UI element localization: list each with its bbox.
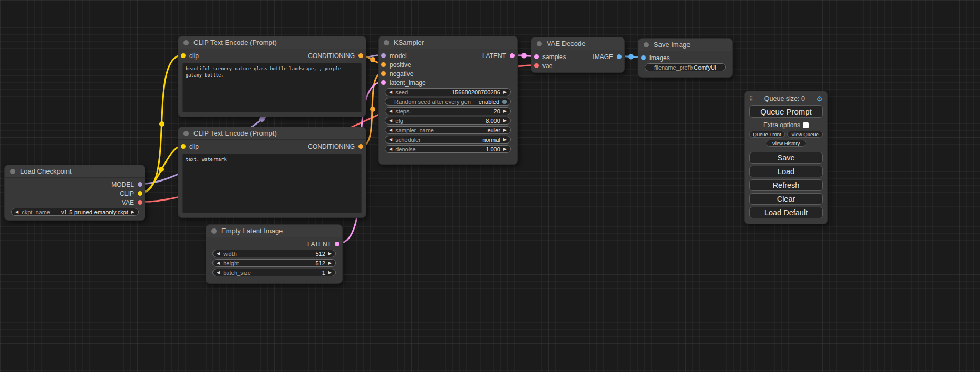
widget-random-seed[interactable]: Random seed after every gen enabled: [385, 98, 511, 106]
widget-label: filename_prefix: [654, 64, 694, 71]
increment-icon[interactable]: ▶: [503, 90, 507, 94]
input-socket-latent-image[interactable]: [381, 80, 386, 85]
increment-icon[interactable]: ▶: [503, 109, 507, 113]
widget-denoise[interactable]: ◀ denoise 1.000 ▶: [385, 145, 511, 153]
extra-options-label: Extra options: [763, 121, 800, 129]
output-socket-latent[interactable]: [510, 53, 515, 58]
collapse-dot-icon[interactable]: [183, 131, 189, 136]
node-titlebar[interactable]: Empty Latent Image: [206, 225, 342, 237]
decrement-icon[interactable]: ◀: [389, 128, 392, 132]
input-label-clip: clip: [189, 52, 199, 60]
queue-front-button[interactable]: Queue Front: [749, 131, 785, 138]
node-titlebar[interactable]: Load Checkpoint: [5, 165, 145, 178]
output-socket-model[interactable]: [138, 182, 142, 187]
widget-filename-prefix[interactable]: filename_prefix ComfyUI: [645, 63, 726, 71]
input-socket-vae[interactable]: [534, 63, 539, 68]
increment-icon[interactable]: ▶: [503, 119, 507, 123]
load-default-button[interactable]: Load Default: [749, 207, 823, 218]
queue-prompt-button[interactable]: Queue Prompt: [749, 105, 823, 118]
widget-value: euler: [487, 127, 500, 133]
increment-icon[interactable]: ▶: [131, 210, 134, 214]
increment-icon[interactable]: ▶: [503, 128, 507, 132]
input-label-negative: negative: [390, 70, 413, 78]
node-empty-latent-image[interactable]: Empty Latent Image LATENT ◀ width 512 ▶ …: [206, 224, 343, 284]
widget-height[interactable]: ◀ height 512 ▶: [212, 259, 336, 267]
input-socket-clip[interactable]: [181, 144, 186, 149]
decrement-icon[interactable]: ◀: [389, 138, 392, 142]
collapse-dot-icon[interactable]: [384, 40, 389, 45]
drag-handle-icon[interactable]: ⣿: [749, 96, 753, 101]
node-save-image[interactable]: Save Image images filename_prefix ComfyU…: [638, 38, 733, 78]
collapse-dot-icon[interactable]: [537, 41, 542, 46]
node-title: Save Image: [654, 41, 690, 49]
input-socket-clip[interactable]: [181, 53, 186, 58]
input-socket-negative[interactable]: [381, 71, 386, 76]
node-clip-text-encode-negative[interactable]: CLIP Text Encode (Prompt) clip CONDITION…: [178, 127, 366, 218]
decrement-icon[interactable]: ◀: [217, 252, 220, 256]
increment-icon[interactable]: ▶: [328, 261, 332, 265]
widget-value: 20: [494, 108, 500, 115]
increment-icon[interactable]: ▶: [328, 252, 332, 256]
node-titlebar[interactable]: Save Image: [638, 39, 732, 51]
toggle-dot-icon[interactable]: [502, 100, 507, 104]
widget-cfg[interactable]: ◀ cfg 8.000 ▶: [385, 117, 511, 125]
increment-icon[interactable]: ▶: [328, 271, 332, 275]
increment-icon[interactable]: ▶: [503, 147, 507, 151]
input-socket-images[interactable]: [641, 55, 646, 60]
input-socket-model[interactable]: [381, 53, 386, 58]
output-socket-latent[interactable]: [335, 242, 339, 246]
widget-sampler-name[interactable]: ◀ sampler_name euler ▶: [385, 126, 511, 134]
node-titlebar[interactable]: VAE Decode: [531, 37, 624, 50]
prompt-textarea[interactable]: text, watermark: [182, 154, 362, 213]
input-socket-samples[interactable]: [534, 54, 539, 59]
link-center-dot: [521, 53, 527, 59]
input-label-samples: samples: [542, 53, 566, 61]
extra-options-checkbox[interactable]: [803, 122, 809, 128]
widget-value: 8.000: [486, 118, 500, 124]
decrement-icon[interactable]: ◀: [217, 271, 220, 275]
widget-ckpt-name[interactable]: ◀ ckpt_name v1-5-pruned-emaonly.ckpt ▶: [11, 208, 139, 216]
node-ksampler[interactable]: KSampler LATENT model positive negative …: [378, 36, 518, 165]
collapse-dot-icon[interactable]: [211, 228, 217, 234]
widget-batch-size[interactable]: ◀ batch_size 1 ▶: [212, 269, 336, 276]
prompt-textarea[interactable]: beautiful scenery nature glass bottle la…: [182, 63, 362, 112]
output-socket-conditioning[interactable]: [358, 144, 363, 149]
decrement-icon[interactable]: ◀: [15, 210, 18, 214]
decrement-icon[interactable]: ◀: [389, 90, 392, 94]
node-vae-decode[interactable]: VAE Decode IMAGE samples vae: [531, 37, 625, 73]
collapse-dot-icon[interactable]: [183, 40, 189, 45]
widget-value: 512: [315, 251, 325, 257]
widget-width[interactable]: ◀ width 512 ▶: [212, 250, 336, 257]
output-socket-vae[interactable]: [138, 200, 142, 205]
node-titlebar[interactable]: CLIP Text Encode (Prompt): [178, 127, 366, 140]
output-socket-conditioning[interactable]: [358, 53, 363, 58]
input-label-model: model: [390, 52, 407, 60]
save-button[interactable]: Save: [749, 152, 823, 164]
widget-label: cfg: [395, 118, 403, 124]
decrement-icon[interactable]: ◀: [217, 261, 220, 265]
view-queue-button[interactable]: View Queue: [787, 131, 823, 138]
node-title: Load Checkpoint: [20, 167, 72, 175]
collapse-dot-icon[interactable]: [10, 169, 15, 174]
settings-gear-icon[interactable]: ⚙: [816, 95, 823, 102]
decrement-icon[interactable]: ◀: [389, 147, 392, 151]
widget-steps[interactable]: ◀ steps 20 ▶: [385, 107, 511, 115]
input-socket-positive[interactable]: [381, 62, 386, 67]
view-history-button[interactable]: View History: [766, 140, 806, 147]
node-load-checkpoint[interactable]: Load Checkpoint MODEL CLIP VAE ◀ ckpt_na…: [4, 165, 145, 221]
node-titlebar[interactable]: CLIP Text Encode (Prompt): [178, 36, 366, 49]
clear-button[interactable]: Clear: [749, 193, 823, 205]
node-clip-text-encode-positive[interactable]: CLIP Text Encode (Prompt) clip CONDITION…: [178, 36, 366, 117]
increment-icon[interactable]: ▶: [503, 138, 507, 142]
widget-scheduler[interactable]: ◀ scheduler normal ▶: [385, 136, 511, 144]
refresh-button[interactable]: Refresh: [749, 179, 823, 191]
load-button[interactable]: Load: [749, 166, 823, 177]
output-socket-clip[interactable]: [138, 191, 142, 196]
widget-label: seed: [395, 89, 408, 96]
widget-seed[interactable]: ◀ seed 156680208700286 ▶: [385, 88, 511, 96]
output-socket-image[interactable]: [617, 54, 622, 59]
node-titlebar[interactable]: KSampler: [379, 36, 517, 49]
decrement-icon[interactable]: ◀: [389, 109, 392, 113]
collapse-dot-icon[interactable]: [644, 42, 649, 47]
decrement-icon[interactable]: ◀: [389, 119, 392, 123]
